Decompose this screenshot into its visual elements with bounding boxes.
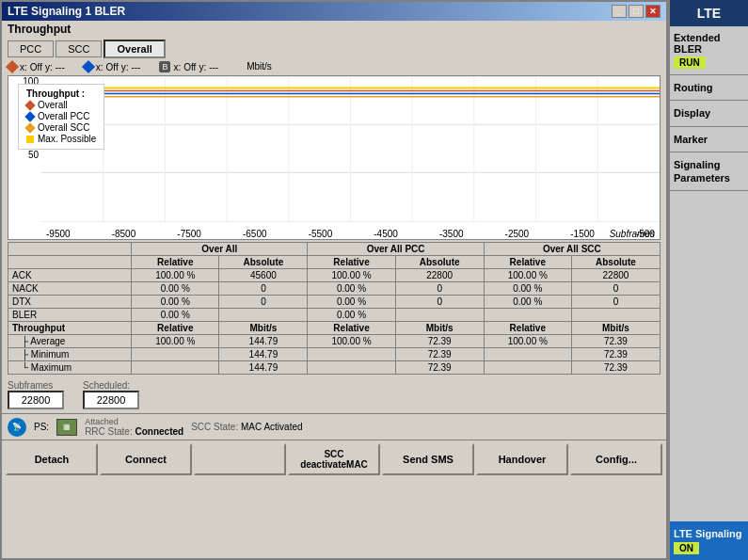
empty-button[interactable] xyxy=(194,443,286,475)
bler-rel1: 0.00 % xyxy=(132,309,219,322)
maximize-button[interactable]: □ xyxy=(629,5,644,18)
ack-label: ACK xyxy=(8,269,132,282)
dtx-rel1: 0.00 % xyxy=(132,296,219,309)
marker-label: Marker xyxy=(674,133,744,146)
subframes-value: 22800 xyxy=(8,391,64,409)
ack-rel1: 100.00 % xyxy=(132,269,219,282)
axis3-y-label: y: xyxy=(199,62,206,72)
tab-scc[interactable]: SCC xyxy=(56,40,102,57)
title-bar: LTE Signaling 1 BLER _ □ ✕ xyxy=(2,2,666,21)
subframes-axis-label: Subframes xyxy=(610,229,655,239)
min-rel1 xyxy=(132,348,219,361)
table-subheader-rel2: Relative xyxy=(308,256,395,269)
avg-abs2: 72.39 xyxy=(395,335,484,348)
extended-bler-label: Extended BLER xyxy=(674,32,744,55)
table-col0-header xyxy=(8,243,132,256)
legend-max-possible: Max. Possible xyxy=(38,134,96,144)
bler-abs3 xyxy=(571,309,660,322)
table-overall-scc-header: Over All SCC xyxy=(484,243,660,256)
table-row: └ Maximum 144.79 72.39 72.39 xyxy=(8,361,660,375)
table-row: ├ Minimum 144.79 72.39 72.39 xyxy=(8,348,660,361)
sidebar-routing[interactable]: Routing xyxy=(670,75,748,101)
average-label: ├ Average xyxy=(8,335,132,348)
config-button[interactable]: Config... xyxy=(570,443,662,475)
attached-label: Attached xyxy=(85,417,183,426)
x-axis-labels: -9500 -8500 -7500 -6500 -5500 -4500 -350… xyxy=(41,229,660,239)
sidebar-extended-bler[interactable]: Extended BLER RUN xyxy=(670,26,748,75)
avg-abs1: 144.79 xyxy=(219,335,308,348)
x-label-6500: -6500 xyxy=(243,229,267,239)
chart-legend: Throughput : Overall Overall PCC Overall… xyxy=(18,84,104,150)
ps-label: PS: xyxy=(34,422,49,432)
ps-icon: 📡 xyxy=(8,418,26,437)
unit-label: Mbit/s xyxy=(247,61,272,72)
handover-button[interactable]: Handover xyxy=(476,443,568,475)
table-row: BLER 0.00 % 0.00 % xyxy=(8,309,660,322)
close-button[interactable]: ✕ xyxy=(645,5,660,18)
ack-abs1: 45600 xyxy=(219,269,308,282)
axis1-y-label: y: xyxy=(45,62,53,72)
table-subheader-abs1: Absolute xyxy=(219,256,308,269)
x-label-5500: -5500 xyxy=(309,229,333,239)
run-badge: RUN xyxy=(674,56,706,69)
tab-overall[interactable]: Overall xyxy=(103,40,165,58)
table-subheader-rel3: Relative xyxy=(484,256,571,269)
rrc-value: Connected xyxy=(135,426,183,437)
tab-bar: PCC SCC Overall xyxy=(2,38,666,60)
x-label-2500: -2500 xyxy=(505,229,530,239)
table-row: ├ Average 100.00 % 144.79 100.00 % 72.39… xyxy=(8,335,660,348)
tp-abs1: Mbit/s xyxy=(219,322,308,335)
lte-signaling-label: LTE Signaling xyxy=(674,527,744,540)
sidebar-marker[interactable]: Marker xyxy=(670,127,748,152)
routing-label: Routing xyxy=(674,81,744,94)
ack-rel3: 100.00 % xyxy=(484,269,571,282)
detach-button[interactable]: Detach xyxy=(6,443,98,475)
avg-rel2: 100.00 % xyxy=(308,335,395,348)
dtx-rel2: 0.00 % xyxy=(308,296,395,309)
send-sms-button[interactable]: Send SMS xyxy=(382,443,474,475)
scc-deactivate-button[interactable]: SCC deactivateMAC xyxy=(288,443,380,475)
scc-state-value: MAC Activated xyxy=(241,422,303,432)
avg-rel3: 100.00 % xyxy=(484,335,571,348)
table-row: ACK 100.00 % 45600 100.00 % 22800 100.00… xyxy=(8,269,660,282)
axis3-x-val: Off xyxy=(183,62,196,72)
table-row: DTX 0.00 % 0 0.00 % 0 0.00 % 0 xyxy=(8,296,660,309)
x-label-7500: -7500 xyxy=(177,229,201,239)
max-rel3 xyxy=(484,361,571,375)
max-rel1 xyxy=(132,361,219,375)
nack-abs2: 0 xyxy=(395,282,484,296)
table-subheader-rel1: Relative xyxy=(132,256,219,269)
ack-rel2: 100.00 % xyxy=(308,269,395,282)
bler-rel3 xyxy=(484,309,571,322)
sidebar-lte-signaling[interactable]: LTE Signaling ON xyxy=(670,521,748,560)
chart-area: Throughput : Overall Overall PCC Overall… xyxy=(8,75,660,240)
tp-rel3: Relative xyxy=(484,322,571,335)
rrc-label: RRC State: Connected xyxy=(85,426,183,437)
axis2-y-label: y: xyxy=(121,62,129,72)
tab-pcc[interactable]: PCC xyxy=(8,40,54,57)
bler-label: BLER xyxy=(8,309,132,322)
tp-abs2: Mbit/s xyxy=(395,322,484,335)
min-abs3: 72.39 xyxy=(571,348,660,361)
scheduled-value: 22800 xyxy=(83,391,139,409)
minimum-label: ├ Minimum xyxy=(8,348,132,361)
sidebar-signaling-params[interactable]: Signaling Parameters xyxy=(670,152,748,192)
y-label-50: 50 xyxy=(28,150,39,160)
chart-svg xyxy=(41,76,660,222)
x-label-8500: -8500 xyxy=(112,229,136,239)
nack-rel3: 0.00 % xyxy=(484,282,571,296)
bler-rel2: 0.00 % xyxy=(308,309,395,322)
axis2-x-label: x: xyxy=(96,62,103,72)
table-row: NACK 0.00 % 0 0.00 % 0 0.00 % 0 xyxy=(8,282,660,296)
signaling-params-label: Signaling Parameters xyxy=(674,158,744,185)
data-table: Over All Over All PCC Over All SCC Relat… xyxy=(8,242,660,375)
x-label-1500: -1500 xyxy=(570,229,595,239)
table-row: Throughput Relative Mbit/s Relative Mbit… xyxy=(8,322,660,335)
sidebar-display[interactable]: Display xyxy=(670,101,748,126)
action-bar: Detach Connect SCC deactivateMAC Send SM… xyxy=(2,440,666,478)
minimize-button[interactable]: _ xyxy=(612,5,627,18)
connect-button[interactable]: Connect xyxy=(100,443,192,475)
bler-abs2 xyxy=(395,309,484,322)
table-overall-header: Over All xyxy=(132,243,308,256)
tp-rel2: Relative xyxy=(308,322,395,335)
